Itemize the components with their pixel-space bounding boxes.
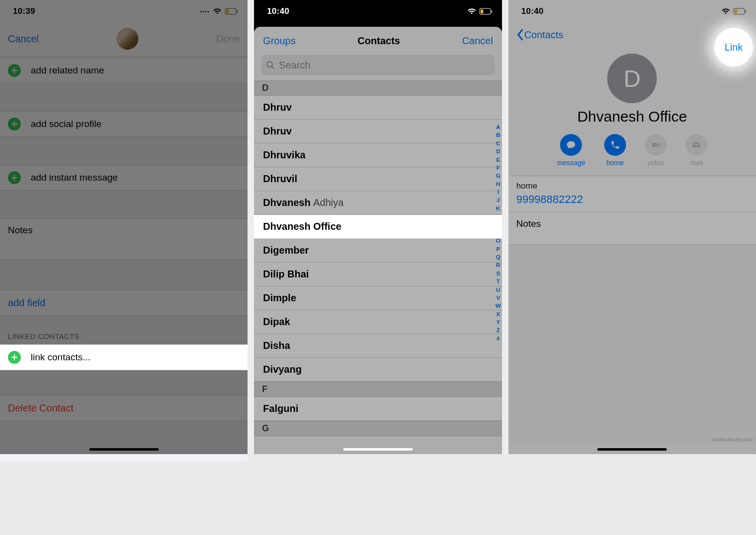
add-field-row[interactable]: add field [0,290,248,316]
message-label: message [557,159,585,167]
index-letter[interactable]: F [496,164,501,171]
message-button[interactable]: message [557,134,585,167]
status-right: •••• [200,8,239,15]
mail-button: mail [686,134,707,167]
index-letter[interactable]: # [496,335,501,342]
contact-row[interactable]: Dilip Bhai [254,263,502,286]
notes-field[interactable]: Notes [0,218,248,260]
index-letter[interactable]: Z [496,327,501,334]
contact-row[interactable]: Digember [254,239,502,263]
index-letter[interactable]: S [496,270,501,277]
index-letter[interactable]: U [496,286,501,293]
watermark: www.deuaq.com [713,436,753,442]
groups-button[interactable]: Groups [263,35,296,47]
screen-contact-picker: 10:40 Groups Contacts Cancel Search DDhr… [254,0,502,454]
index-letter[interactable]: P [496,246,501,253]
link-contacts-row[interactable]: link contacts... [0,344,248,370]
contact-row[interactable]: Falguni [254,397,502,421]
contact-row[interactable]: Dipak [254,310,502,334]
contacts-list[interactable]: DDhruvDhruvDhruvikaDhruvilDhvanesh Adhiy… [254,80,502,436]
index-letter[interactable]: I [496,189,501,196]
contact-row[interactable]: Dhruvika [254,143,502,167]
search-field[interactable]: Search [261,55,495,75]
index-letter[interactable]: T [496,278,501,285]
status-bar: 10:40 [254,0,502,22]
delete-label: Delete Contact [8,402,73,413]
add-related-name-row[interactable]: add related name [0,58,248,83]
index-letter[interactable]: A [496,124,501,131]
svg-rect-9 [745,10,746,13]
svg-rect-2 [226,9,229,13]
back-label: Contacts [524,29,564,41]
contact-row[interactable]: Dhruv [254,120,502,143]
contact-first: Dimple [263,292,296,303]
call-button[interactable]: home [604,134,626,167]
svg-rect-4 [491,10,492,13]
index-letter[interactable]: E [496,156,501,163]
contact-avatar[interactable] [117,28,138,50]
contact-first: Disha [263,340,290,351]
screen-contact-card: 10:40 Contacts D Dhvanesh Office message [508,0,756,454]
picker-sheet: Groups Contacts Cancel Search DDhruvDhru… [254,27,502,454]
add-im-label: add instant message [31,172,118,183]
notes-row[interactable]: Notes [508,212,756,245]
index-letter[interactable]: K [496,205,501,212]
linked-contacts-header: LINKED CONTACTS [0,316,248,344]
index-letter[interactable]: X [496,311,501,318]
screen-edit-contact: 10:39 •••• Cancel Done add related name … [0,0,248,454]
chevron-left-icon [516,29,523,41]
contact-row[interactable]: Dhruv [254,96,502,120]
video-button: video [645,134,667,167]
contact-avatar[interactable]: D [607,54,657,103]
contact-first: Falguni [263,403,298,414]
index-letter[interactable]: Y [496,319,501,326]
back-button[interactable]: Contacts [516,29,564,41]
index-letter[interactable]: H [496,181,501,188]
index-letter[interactable]: D [496,148,501,155]
wifi-icon [721,8,730,15]
svg-marker-12 [657,143,659,147]
contact-row[interactable]: Dimple [254,286,502,310]
svg-rect-11 [652,143,657,147]
svg-rect-10 [735,9,737,13]
plus-icon [8,118,21,131]
add-social-profile-row[interactable]: add social profile [0,111,248,137]
phone-row[interactable]: home 99998882222 [508,176,756,212]
index-letter[interactable]: V [496,294,501,301]
notes-label: Notes [8,225,33,235]
contact-row[interactable]: Divyang [254,358,502,382]
add-instant-message-row[interactable]: add instant message [0,165,248,191]
index-letter[interactable]: R [496,262,501,268]
index-letter[interactable]: J [496,197,501,203]
link-button[interactable]: Link [714,28,753,67]
index-letter[interactable]: W [496,302,501,309]
index-letter[interactable]: B [496,132,501,138]
home-indicator[interactable] [597,448,667,451]
search-placeholder: Search [279,60,310,71]
avatar-initial: D [624,65,641,92]
contact-row[interactable]: Dhruvil [254,167,502,191]
index-letter[interactable]: G [496,172,501,179]
home-indicator[interactable] [89,448,159,451]
cancel-button[interactable]: Cancel [8,33,39,45]
battery-icon [479,8,493,15]
contact-first: Digember [263,245,309,256]
action-buttons: message home video mail [508,134,756,176]
status-time: 10:40 [521,6,544,16]
delete-contact-row[interactable]: Delete Contact [0,395,248,421]
call-label: home [606,159,624,167]
svg-rect-5 [481,9,483,13]
edit-nav-bar: Cancel Done [0,22,248,56]
cancel-button[interactable]: Cancel [462,35,493,47]
contact-first: Dhvanesh Office [263,221,341,232]
picker-title: Contacts [358,35,400,47]
index-letter[interactable]: C [496,140,501,147]
contact-row[interactable]: Disha [254,334,502,358]
contact-row[interactable]: Dhvanesh Office [254,215,502,239]
plus-icon [8,171,21,184]
contact-last: Adhiya [313,197,343,208]
done-button[interactable]: Done [216,33,240,45]
home-indicator[interactable] [343,448,413,451]
index-letter[interactable]: Q [496,254,501,261]
contact-row[interactable]: Dhvanesh Adhiya [254,191,502,215]
